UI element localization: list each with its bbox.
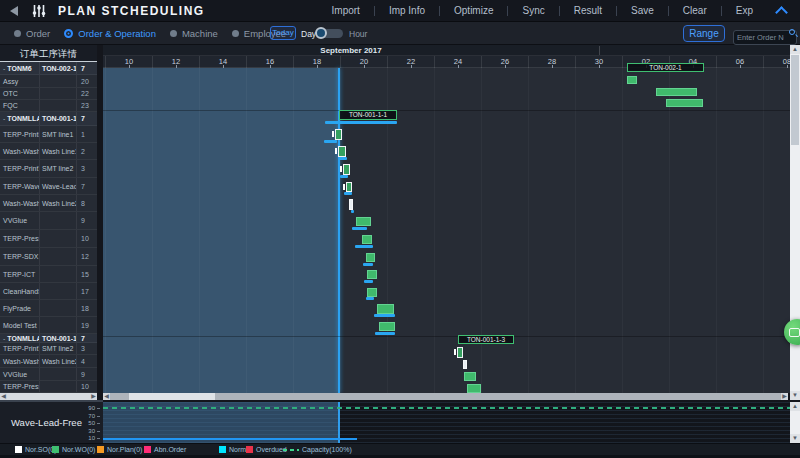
gantt-bar[interactable]: [457, 347, 463, 358]
capacity-chart[interactable]: [103, 402, 790, 443]
gantt-bar[interactable]: [627, 76, 637, 84]
gantt-bar[interactable]: [367, 270, 377, 279]
table-group-row[interactable]: -TONMLLATON-001-1-37: [0, 334, 97, 343]
order-label-ton-001-1-1[interactable]: TON-001-1-1: [339, 110, 397, 120]
menu-item-optimize[interactable]: Optimize: [440, 5, 507, 16]
table-row[interactable]: Wash-Wash bWash Line24: [0, 355, 97, 368]
search-input[interactable]: [733, 30, 797, 45]
menu-item-clear[interactable]: Clear: [669, 5, 721, 16]
table-row[interactable]: CleanHandSol17: [0, 283, 97, 300]
cell-operation: Wash-Wash b: [0, 355, 40, 367]
gantt-bar[interactable]: [377, 304, 394, 314]
day-tick-12[interactable]: 12: [152, 56, 199, 68]
table-row[interactable]: TERP-ICT15: [0, 266, 97, 283]
scroll-down-icon[interactable]: ▼: [790, 391, 800, 400]
search-icon[interactable]: [789, 29, 795, 35]
table-row[interactable]: Model Test19: [0, 317, 97, 334]
table-row[interactable]: TERP-PrintToSMT line23: [0, 160, 97, 178]
back-icon[interactable]: [10, 6, 18, 16]
toggle-knob[interactable]: [315, 27, 327, 39]
table-group-row[interactable]: -TONM6TON-002-17: [0, 62, 97, 75]
day-tick-14[interactable]: 14: [199, 56, 246, 68]
chart-vertical-scrollbar[interactable]: ▲ ▼: [790, 402, 800, 443]
table-row[interactable]: TERP-PrintToSMT line23: [0, 343, 97, 355]
chevron-up-icon[interactable]: [775, 6, 788, 19]
table-row[interactable]: VVGlue9: [0, 212, 97, 230]
gantt-bar[interactable]: [367, 288, 377, 297]
scroll-left-icon[interactable]: ◀: [0, 393, 7, 400]
table-row[interactable]: TERP-PrintBoSMT line11: [0, 126, 97, 143]
gantt-horizontal-scrollbar[interactable]: ◀ ▶: [103, 393, 788, 400]
gantt-bar[interactable]: [464, 372, 476, 381]
day-tick-30[interactable]: 30: [575, 56, 622, 68]
table-row[interactable]: TERP-SDX12: [0, 248, 97, 266]
menu-item-imp-info[interactable]: Imp Info: [375, 5, 439, 16]
table-row[interactable]: Assy20: [0, 75, 97, 88]
scroll-down-icon[interactable]: ▼: [790, 434, 800, 443]
gantt-bar[interactable]: [343, 164, 350, 175]
menu-item-result[interactable]: Result: [560, 5, 616, 16]
menu-item-save[interactable]: Save: [617, 5, 668, 16]
day-tick-06[interactable]: 06: [716, 56, 763, 68]
legend-label: Nor.WO(0): [62, 446, 95, 453]
range-button[interactable]: Range: [683, 25, 725, 42]
view-radio-order-operation[interactable]: Order & Operation: [64, 28, 156, 39]
table-row[interactable]: TERP-PressFi10: [0, 381, 97, 393]
menu-item-import[interactable]: Import: [318, 5, 374, 16]
gantt-vertical-scrollbar[interactable]: ▲ ▼: [790, 45, 800, 400]
timeline-month-row: September 2017: [103, 45, 790, 56]
scroll-right-icon[interactable]: ▶: [781, 393, 788, 400]
table-row[interactable]: Wash-Wash bWash Line28: [0, 195, 97, 212]
day-tick-20[interactable]: 20: [340, 56, 387, 68]
scroll-right-icon[interactable]: ▶: [90, 393, 97, 400]
gantt-bar[interactable]: [349, 199, 353, 210]
gantt-bar[interactable]: [379, 322, 395, 331]
day-tick-22[interactable]: 22: [387, 56, 434, 68]
day-hour-toggle[interactable]: [317, 29, 343, 38]
scrollbar-thumb[interactable]: [129, 393, 215, 400]
gantt-bar[interactable]: [463, 360, 467, 369]
table-group-row[interactable]: -TONMLLATON-001-1-17: [0, 112, 97, 126]
day-tick-10[interactable]: 10: [105, 56, 152, 68]
gantt-bar[interactable]: [335, 129, 342, 140]
table-row[interactable]: FlyPrade18: [0, 300, 97, 317]
day-tick-08[interactable]: 08: [763, 56, 790, 68]
gantt-bar[interactable]: [346, 182, 352, 192]
table-row[interactable]: VVGlue9: [0, 368, 97, 381]
sliders-logo-icon: [32, 4, 46, 18]
gantt-bar[interactable]: [356, 217, 371, 226]
order-label-ton-001-1-3[interactable]: TON-001-1-3: [458, 335, 514, 344]
table-row[interactable]: FQC23: [0, 100, 97, 112]
cell-seq: 7: [77, 62, 97, 74]
scroll-up-icon[interactable]: ▲: [790, 402, 800, 411]
menu-item-exp[interactable]: Exp: [722, 5, 767, 16]
gantt-bar[interactable]: [666, 99, 703, 107]
day-tick-28[interactable]: 28: [528, 56, 575, 68]
plan-scheduling-app: PLAN STCHEDULING ImportImp InfoOptimizeS…: [0, 0, 800, 458]
table-row[interactable]: TERP-PressFi10: [0, 230, 97, 248]
table-row[interactable]: TERP-WaveWave-Lead7: [0, 178, 97, 195]
menu-item-sync[interactable]: Sync: [508, 5, 558, 16]
table-horizontal-scrollbar[interactable]: ◀ ▶: [0, 393, 97, 400]
gantt-bar[interactable]: [656, 88, 697, 96]
gantt-canvas[interactable]: TON-002-1TON-001-1-1TON-001-1-3: [103, 68, 790, 393]
gantt-bar[interactable]: [362, 235, 372, 244]
day-tick-16[interactable]: 16: [246, 56, 293, 68]
gantt-bar[interactable]: [366, 253, 375, 262]
order-label-ton-002-1[interactable]: TON-002-1: [627, 63, 704, 72]
machine-label: Wave-Lead-Free: [11, 417, 82, 428]
scroll-left-icon[interactable]: ◀: [103, 393, 110, 400]
day-tick-24[interactable]: 24: [434, 56, 481, 68]
scroll-up-icon[interactable]: ▲: [790, 45, 800, 54]
table-row[interactable]: OTC22: [0, 88, 97, 100]
day-tick-26[interactable]: 26: [481, 56, 528, 68]
gantt-bar[interactable]: [338, 146, 346, 157]
today-button[interactable]: Today: [270, 26, 296, 40]
table-row[interactable]: Wash-Wash bWash Line12: [0, 143, 97, 160]
view-radio-order[interactable]: Order: [14, 28, 50, 39]
grid-line: [434, 68, 435, 393]
view-radio-machine[interactable]: Machine: [170, 28, 218, 39]
gantt-bar[interactable]: [467, 384, 481, 393]
day-tick-18[interactable]: 18: [293, 56, 340, 68]
scrollbar-thumb[interactable]: [791, 55, 799, 145]
